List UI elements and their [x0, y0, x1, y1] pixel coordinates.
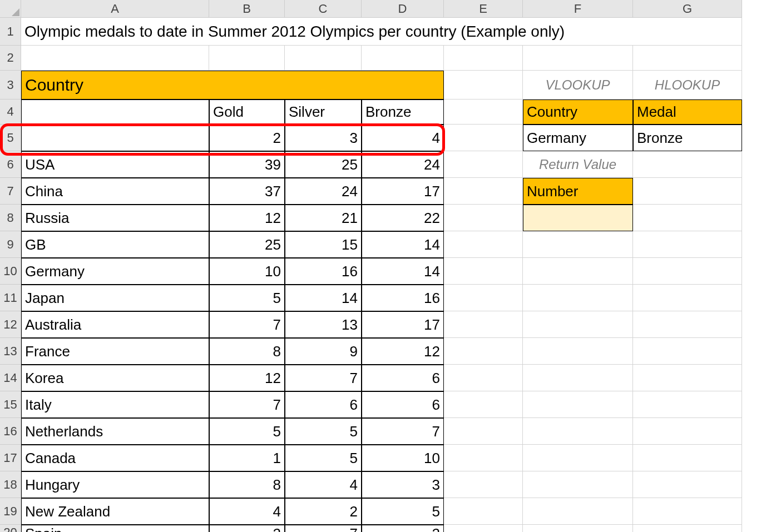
cell-silver-14[interactable]: 7: [285, 525, 362, 532]
cell-F13[interactable]: [523, 338, 633, 365]
cell-gold-14[interactable]: 2: [209, 525, 285, 532]
row-header-1[interactable]: 1: [0, 18, 21, 46]
cell-country-12[interactable]: Hungary: [21, 471, 209, 498]
row-header-15[interactable]: 15: [0, 391, 21, 418]
cell-bronze-4[interactable]: 14: [362, 258, 444, 285]
row-header-14[interactable]: 14: [0, 365, 21, 391]
cell-E16[interactable]: [444, 418, 523, 445]
cell-country-7[interactable]: France: [21, 338, 209, 365]
row-header-16[interactable]: 16: [0, 418, 21, 445]
cell-E3[interactable]: [444, 71, 523, 100]
cell-G20[interactable]: [633, 525, 742, 532]
row-header-20[interactable]: 20: [0, 525, 21, 532]
cell-F18[interactable]: [523, 471, 633, 498]
cell-silver-8[interactable]: 7: [285, 365, 362, 391]
cell-silver-3[interactable]: 15: [285, 231, 362, 258]
col-header-G[interactable]: G: [633, 0, 742, 18]
cell-B2[interactable]: [209, 46, 285, 71]
cell-silver-header[interactable]: Silver: [285, 100, 362, 125]
cell-silver-1[interactable]: 24: [285, 178, 362, 205]
row-header-3[interactable]: 3: [0, 71, 21, 100]
cell-G9[interactable]: [633, 231, 742, 258]
cell-E6[interactable]: [444, 151, 523, 178]
row-header-4[interactable]: 4: [0, 100, 21, 125]
cell-lookup-medal-hdr[interactable]: Medal: [633, 100, 742, 125]
cell-gold-13[interactable]: 4: [209, 498, 285, 525]
cell-F2[interactable]: [523, 46, 633, 71]
row-header-2[interactable]: 2: [0, 46, 21, 71]
row-header-13[interactable]: 13: [0, 338, 21, 365]
cell-D5[interactable]: 4: [362, 125, 444, 151]
cell-country-9[interactable]: Italy: [21, 391, 209, 418]
cell-D2[interactable]: [362, 46, 444, 71]
cell-gold-2[interactable]: 12: [209, 205, 285, 231]
cell-number-value[interactable]: [523, 205, 633, 231]
cell-country-header[interactable]: Country: [21, 71, 444, 100]
cell-bronze-5[interactable]: 16: [362, 285, 444, 311]
cell-gold-5[interactable]: 5: [209, 285, 285, 311]
cell-G16[interactable]: [633, 418, 742, 445]
cell-F11[interactable]: [523, 285, 633, 311]
cell-lookup-medal-val[interactable]: Bronze: [633, 125, 742, 151]
row-header-6[interactable]: 6: [0, 151, 21, 178]
cell-hlookup-label[interactable]: HLOOKUP: [633, 71, 742, 100]
cell-E4[interactable]: [444, 100, 523, 125]
cell-bronze-14[interactable]: 2: [362, 525, 444, 532]
cell-gold-9[interactable]: 7: [209, 391, 285, 418]
cell-bronze-6[interactable]: 17: [362, 311, 444, 338]
cell-E8[interactable]: [444, 205, 523, 231]
cell-G18[interactable]: [633, 471, 742, 498]
cell-country-5[interactable]: Japan: [21, 285, 209, 311]
cell-E17[interactable]: [444, 445, 523, 471]
cell-silver-4[interactable]: 16: [285, 258, 362, 285]
cell-country-10[interactable]: Netherlands: [21, 418, 209, 445]
cell-E9[interactable]: [444, 231, 523, 258]
cell-gold-0[interactable]: 39: [209, 151, 285, 178]
cell-number-header[interactable]: Number: [523, 178, 633, 205]
cell-country-2[interactable]: Russia: [21, 205, 209, 231]
cell-gold-header[interactable]: Gold: [209, 100, 285, 125]
cell-G15[interactable]: [633, 391, 742, 418]
cell-lookup-country-hdr[interactable]: Country: [523, 100, 633, 125]
cell-G10[interactable]: [633, 258, 742, 285]
row-header-9[interactable]: 9: [0, 231, 21, 258]
row-header-12[interactable]: 12: [0, 311, 21, 338]
cell-E12[interactable]: [444, 311, 523, 338]
cell-country-4[interactable]: Germany: [21, 258, 209, 285]
row-header-11[interactable]: 11: [0, 285, 21, 311]
cell-silver-7[interactable]: 9: [285, 338, 362, 365]
cell-gold-12[interactable]: 8: [209, 471, 285, 498]
cell-gold-8[interactable]: 12: [209, 365, 285, 391]
cell-country-6[interactable]: Australia: [21, 311, 209, 338]
cell-E20[interactable]: [444, 525, 523, 532]
cell-gold-4[interactable]: 10: [209, 258, 285, 285]
cell-F9[interactable]: [523, 231, 633, 258]
cell-F17[interactable]: [523, 445, 633, 471]
col-header-E[interactable]: E: [444, 0, 523, 18]
cell-E10[interactable]: [444, 258, 523, 285]
cell-silver-6[interactable]: 13: [285, 311, 362, 338]
spreadsheet[interactable]: A B C D E F G 1 2 3 4 5 6 7 8 9 10 11 12…: [0, 0, 776, 532]
cell-bronze-7[interactable]: 12: [362, 338, 444, 365]
cell-A4[interactable]: [21, 100, 209, 125]
cell-E7[interactable]: [444, 178, 523, 205]
cell-country-1[interactable]: China: [21, 178, 209, 205]
row-header-8[interactable]: 8: [0, 205, 21, 231]
cell-E14[interactable]: [444, 365, 523, 391]
cell-E5[interactable]: [444, 125, 523, 151]
cell-bronze-10[interactable]: 7: [362, 418, 444, 445]
cell-F14[interactable]: [523, 365, 633, 391]
cell-country-11[interactable]: Canada: [21, 445, 209, 471]
cell-bronze-2[interactable]: 22: [362, 205, 444, 231]
cell-bronze-8[interactable]: 6: [362, 365, 444, 391]
row-header-18[interactable]: 18: [0, 471, 21, 498]
cell-G11[interactable]: [633, 285, 742, 311]
row-header-17[interactable]: 17: [0, 445, 21, 471]
cell-bronze-12[interactable]: 3: [362, 471, 444, 498]
col-header-A[interactable]: A: [21, 0, 209, 18]
cell-country-8[interactable]: Korea: [21, 365, 209, 391]
cell-title[interactable]: Olympic medals to date in Summer 2012 Ol…: [21, 18, 742, 46]
cell-E13[interactable]: [444, 338, 523, 365]
cell-vlookup-label[interactable]: VLOOKUP: [523, 71, 633, 100]
cell-C5[interactable]: 3: [285, 125, 362, 151]
